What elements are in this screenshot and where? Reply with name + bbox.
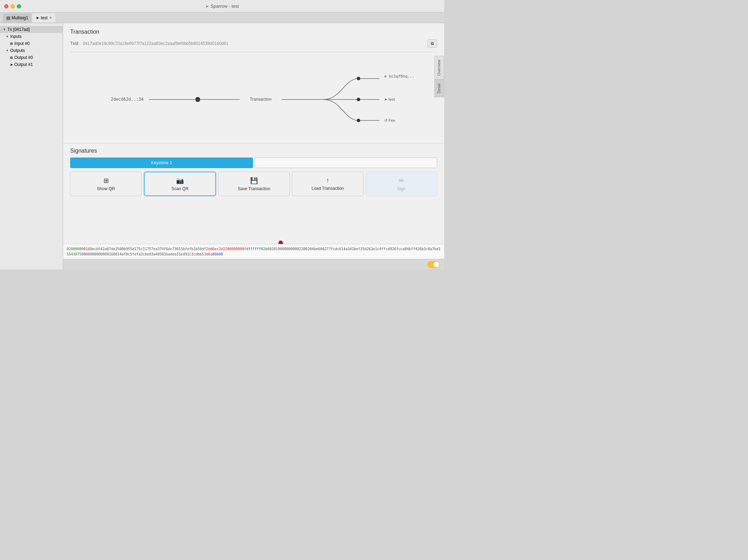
key2-sig-button[interactable] [254, 158, 437, 168]
svg-point-13 [357, 119, 360, 122]
output0-icon: ⊗ [10, 55, 13, 60]
svg-text:2decd62d..:34: 2decd62d..:34 [111, 97, 143, 102]
svg-text:➤ test: ➤ test [385, 97, 395, 101]
tab-multisig1[interactable]: ▤ Multisig1 [3, 13, 32, 22]
hex-segment-red3: d6a [206, 252, 212, 256]
content-area: Transaction Txid: 0417ad0e19c99c70a18e69… [63, 23, 444, 269]
sidebar-input0[interactable]: ⊗ Input #0 [0, 40, 63, 47]
status-bar [63, 259, 444, 269]
action-buttons-row: ⊞ Show QR 📷 Scan QR 💾 Save Transaction ↑… [70, 172, 437, 196]
hex-bar: 020000000168ecb542a87de2500b955d175c1175… [63, 244, 444, 259]
graph-area: 2decd62d..:34 Transaction ⊗ bc1qf0nq... … [63, 56, 444, 144]
sig-buttons-row: Keystone 1 [70, 158, 437, 168]
load-transaction-button[interactable]: ↑ Load Transaction [292, 172, 363, 196]
signatures-title: Signatures [70, 148, 437, 154]
svg-text:↺ Fee: ↺ Fee [385, 118, 395, 122]
multisig1-tab-icon: ▤ [6, 15, 10, 20]
window-title: ➤ Sparrow - test [205, 4, 239, 9]
svg-point-10 [357, 98, 360, 101]
hex-segment-blue2: 80b00 [212, 252, 223, 256]
tab-detail[interactable]: Detail [434, 80, 444, 97]
txid-label: Txid: [70, 41, 79, 46]
side-tabs: Overview Detail [434, 56, 444, 97]
upload-icon: ↑ [326, 177, 329, 184]
tabs-bar: ▤ Multisig1 ➤ test ✕ [0, 13, 444, 23]
copy-icon: ⧉ [431, 41, 434, 46]
sidebar-tx-header[interactable]: ▼ Tx [0417ad] [0, 26, 63, 33]
chevron-down-icon: ▼ [6, 49, 9, 52]
tab-overview[interactable]: Overview [434, 56, 444, 80]
svg-text:Transaction: Transaction [250, 97, 272, 102]
chevron-down-icon: ▼ [3, 28, 6, 31]
close-button[interactable] [4, 4, 8, 8]
minimize-button[interactable] [11, 4, 15, 8]
transaction-graph: 2decd62d..:34 Transaction ⊗ bc1qf0nq... … [63, 56, 444, 143]
svg-text:⊗ bc1qf0nq...: ⊗ bc1qf0nq... [385, 74, 415, 79]
copy-txid-button[interactable]: ⧉ [427, 39, 437, 48]
chevron-down-icon: ▼ [6, 35, 9, 38]
sidebar: ▼ Tx [0417ad] ▼ Inputs ⊗ Input #0 ▼ Outp… [0, 23, 63, 269]
sidebar-outputs[interactable]: ▼ Outputs [0, 47, 63, 54]
pen-icon: ✏ [399, 177, 404, 185]
signatures-section: Signatures Keystone 1 ⊞ Show QR 📷 Scan Q… [63, 144, 444, 200]
main-layout: ▼ Tx [0417ad] ▼ Inputs ⊗ Input #0 ▼ Outp… [0, 23, 444, 269]
output1-icon: ➤ [10, 62, 13, 67]
title-icon: ➤ [205, 4, 209, 9]
tab-close-icon[interactable]: ✕ [49, 16, 52, 20]
hex-segment-blue1: fdffffff [244, 247, 261, 251]
txid-row: Txid: 0417ad0e19c99c70a18e6977f7a122aa63… [70, 39, 437, 52]
show-qr-button[interactable]: ⊞ Show QR [70, 172, 142, 196]
traffic-lights [0, 4, 21, 8]
save-icon: 💾 [250, 177, 258, 185]
camera-icon: 📷 [176, 177, 184, 185]
sign-button[interactable]: ✏ Sign [366, 172, 437, 196]
theme-toggle[interactable] [427, 261, 440, 268]
toggle-knob [434, 262, 439, 267]
test-tab-icon: ➤ [36, 15, 39, 20]
keystone1-sig-button[interactable]: Keystone 1 [70, 158, 253, 168]
qr-show-icon: ⊞ [103, 177, 109, 185]
tab-test[interactable]: ➤ test ✕ [32, 13, 55, 22]
hex-segment-red2: dd6ec2d2200000000 [208, 247, 244, 251]
hex-segment-red1: 01 [84, 247, 88, 251]
maximize-button[interactable] [17, 4, 21, 8]
svg-point-7 [357, 77, 360, 80]
input-icon: ⊗ [10, 41, 13, 46]
sidebar-output1[interactable]: ➤ Output #1 [0, 61, 63, 68]
sidebar-output0[interactable]: ⊗ Output #0 [0, 54, 63, 61]
save-transaction-button[interactable]: 💾 Save Transaction [218, 172, 290, 196]
scan-qr-button[interactable]: 📷 Scan QR [144, 172, 216, 196]
txid-value: 0417ad0e19c99c70a18e6977f7a122aa63ec2aaa… [83, 41, 424, 46]
hex-segment-1: 68ecb542a87de2500b955d175c11757ea374f6dc… [88, 247, 208, 251]
titlebar: ➤ Sparrow - test [0, 0, 444, 13]
hex-segment-green1: 02000000 [67, 247, 84, 251]
hex-segment-green2: 02 [261, 247, 265, 251]
transaction-title: Transaction [70, 29, 437, 35]
transaction-section: Transaction Txid: 0417ad0e19c99c70a18e69… [63, 23, 444, 56]
sidebar-inputs[interactable]: ▼ Inputs [0, 33, 63, 40]
